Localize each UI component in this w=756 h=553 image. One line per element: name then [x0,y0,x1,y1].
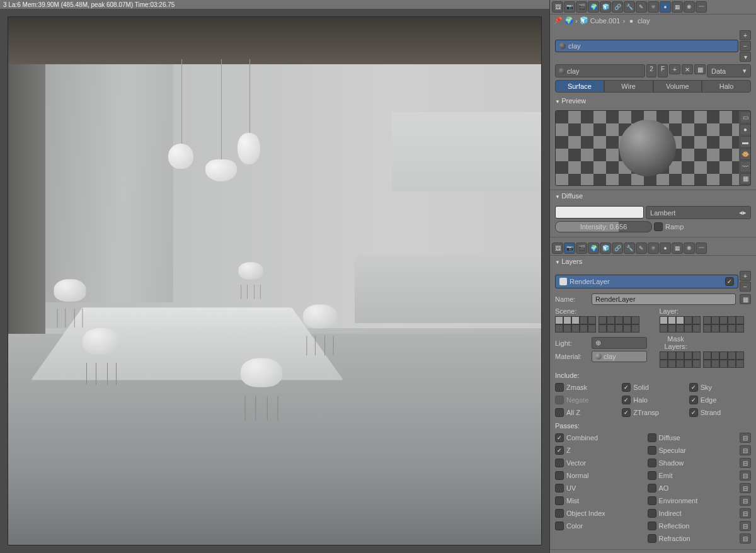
context-tab-6[interactable]: 🔧 [624,1,635,13]
preview-type-5[interactable]: ▦ [740,173,751,185]
layer-cell[interactable] [676,324,684,333]
context-tab-1[interactable]: 📷 [564,242,575,254]
diffuse-color[interactable] [555,206,644,219]
pass-exclude-button[interactable]: ⊟ [740,433,751,443]
context-tab-7[interactable]: ✎ [636,1,647,13]
ramp-checkbox[interactable]: Ramp [654,222,751,231]
layer-cell[interactable] [711,351,719,360]
material-slot[interactable]: clay [555,40,738,52]
link-dropdown[interactable]: Data▾ [707,64,751,77]
preview-type-1[interactable]: ● [740,124,751,136]
layer-cell[interactable] [684,324,692,333]
context-tab-8[interactable]: ⚛ [648,242,659,254]
layer-cell[interactable] [736,351,744,360]
pass-mist[interactable]: Mist [555,496,645,505]
fake-user-button[interactable]: F [658,64,668,77]
layer-cell[interactable] [728,351,736,360]
layer-cell[interactable] [692,316,701,324]
layer-cell[interactable] [719,324,728,333]
layer-cell[interactable] [684,316,692,324]
pass-specular[interactable]: Specular [648,446,738,455]
context-tab-2[interactable]: 🎬 [576,242,587,254]
context-tab-9[interactable]: ● [660,242,671,254]
layer-cell[interactable] [736,324,744,333]
pass-indirect[interactable]: Indirect [648,509,738,518]
add-layer-button[interactable]: + [740,271,751,281]
layer-cell[interactable] [623,316,631,324]
include-sky[interactable]: Sky [689,383,751,392]
layer-cell[interactable] [719,351,728,360]
single-layer-button[interactable]: ▦ [740,294,751,304]
layer-cell[interactable] [588,316,596,324]
pass-shadow[interactable]: Shadow [648,459,738,467]
preview-type-4[interactable]: 〰 [740,161,751,173]
context-tab-4[interactable]: 🧊 [600,242,611,254]
layer-cell[interactable] [660,360,668,368]
layers-panel-header[interactable]: Layers [550,256,756,267]
context-tab-0[interactable]: 🖼 [552,1,563,13]
layer-name-input[interactable] [592,294,736,305]
layer-cell[interactable] [728,360,736,368]
layer-cell[interactable] [719,360,728,368]
context-tab-10[interactable]: ▦ [672,1,683,13]
layer-cell[interactable] [615,316,623,324]
include-halo[interactable]: Halo [622,396,684,404]
render-layer-item[interactable]: RenderLayer [555,275,738,288]
render-area[interactable]: ✕ [8,16,542,545]
pass-normal[interactable]: Normal [555,471,645,480]
pass-emit[interactable]: Emit [648,471,738,480]
context-tab-10[interactable]: ▦ [672,242,683,254]
tab-surface[interactable]: Surface [555,80,604,93]
diffuse-model-dropdown[interactable]: Lambert◂▸ [646,206,751,219]
layer-cell[interactable] [668,360,676,368]
shading-panel-header[interactable]: Shading [550,550,756,553]
pass-refraction[interactable]: Refraction [648,534,738,543]
include-allz[interactable]: All Z [555,408,617,417]
diffuse-panel-header[interactable]: Diffuse [550,190,756,202]
layer-cell[interactable] [668,324,676,333]
pass-exclude-button[interactable]: ⊟ [740,533,751,544]
tab-halo[interactable]: Halo [702,80,751,93]
layer-cell[interactable] [571,324,580,333]
pass-exclude-button[interactable]: ⊟ [740,470,751,481]
layer-cell[interactable] [692,360,701,368]
layer-cell[interactable] [580,316,588,324]
tab-volume[interactable]: Volume [653,80,702,93]
pass-exclude-button[interactable]: ⊟ [740,521,751,531]
pass-reflection[interactable]: Reflection [648,522,738,530]
layer-cell[interactable] [711,324,719,333]
world-icon[interactable]: 🌍 [565,17,573,25]
layer-cell[interactable] [580,324,588,333]
pass-color[interactable]: Color [555,522,645,530]
nodes-button[interactable]: ▦ [694,64,706,74]
layer-cell[interactable] [703,316,711,324]
layer-cell[interactable] [703,351,711,360]
layer-cell[interactable] [736,316,744,324]
layer-cell[interactable] [703,324,711,333]
intensity-slider[interactable]: Intensity: 0.656 [555,221,652,232]
layer-cell[interactable] [711,316,719,324]
pass-vector[interactable]: Vector [555,459,645,467]
pass-ao[interactable]: AO [648,484,738,493]
context-tab-12[interactable]: 〰 [696,242,707,254]
context-tab-3[interactable]: 🌍 [588,1,599,13]
context-tab-6[interactable]: 🔧 [624,242,635,254]
layer-cell[interactable] [692,351,701,360]
preview-type-2[interactable]: ▬ [740,136,751,148]
tab-wire[interactable]: Wire [604,80,653,93]
layer-cell[interactable] [571,316,580,324]
layer-cell[interactable] [676,316,684,324]
pass-environment[interactable]: Environment [648,496,738,505]
layer-cell[interactable] [563,324,571,333]
material-override-field[interactable]: clay [592,351,647,362]
layer-cell[interactable] [684,351,692,360]
layer-cell[interactable] [555,316,563,324]
layer-cell[interactable] [588,324,596,333]
layer-cell[interactable] [736,360,744,368]
layer-cell[interactable] [676,360,684,368]
layer-cell[interactable] [631,324,639,333]
pin-icon[interactable]: 📌 [554,16,563,25]
include-strand[interactable]: Strand [689,408,751,417]
add-slot-button[interactable]: + [740,30,751,40]
pass-z[interactable]: Z [555,446,645,455]
